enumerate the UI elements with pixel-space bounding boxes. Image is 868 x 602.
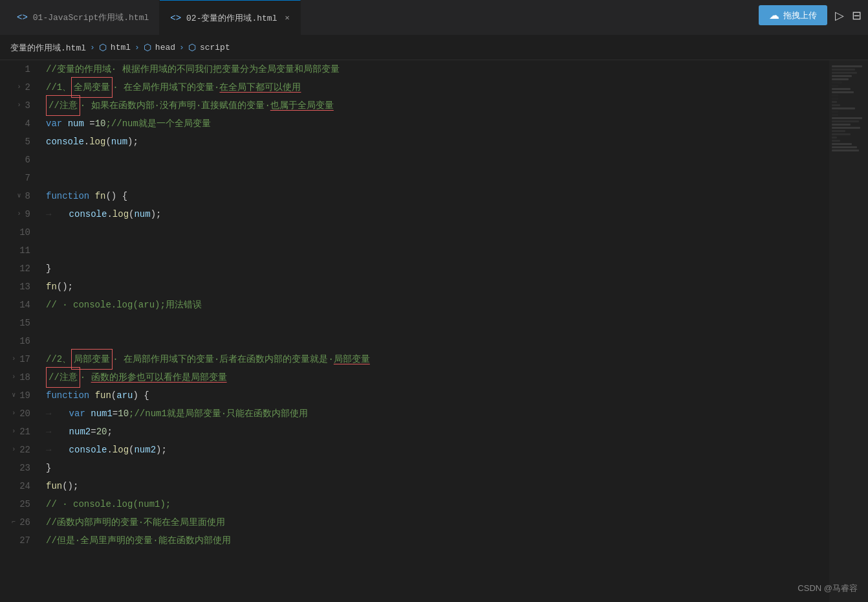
punct-fn-call: (); [57,278,73,296]
punct-fun-call: (); [62,477,78,495]
breadcrumb-head[interactable]: head [155,43,175,52]
code-line-20: → var num1 = 10 ;//num1就是局部变量·只能在函数内部使用 [36,405,829,423]
comment-3-rest: · 如果在函数内部·没有声明·直接赋值的变量·也属于全局变量 [80,96,334,115]
code-line-2: //1、全局变量· 在全局作用域下的变量·在全局下都可以使用 [36,78,829,96]
indent-arrow-9: → [46,205,68,223]
gutter-21: ›21 [0,423,30,441]
code-line-26: //函数内部声明的变量·不能在全局里面使用 [36,513,829,531]
comment-27: //但是·全局里声明的变量·能在函数内部使用 [46,531,231,550]
fold-8: ∨ [14,187,21,205]
gutter-14: 14 [0,296,30,314]
tab-01[interactable]: <> 01-JavaScript作用域.html [6,0,160,36]
method-log-1: log [89,133,105,151]
ident-num: num [68,115,84,133]
code-line-8: function fn () { [36,187,829,205]
comment-14: // · console.log(aru);用法错误 [46,296,202,314]
num-20: 20 [96,423,107,441]
gutter-1: 1 [0,60,30,78]
ident-console-1: console [46,133,84,151]
upload-button[interactable]: ☁ 拖拽上传 [759,5,827,25]
gutter-16: 16 [0,332,30,350]
comment-20: ;//num1就是局部变量·只能在函数内部使用 [129,405,308,423]
kw-function-1: function [46,187,89,205]
gutter-27: 27 [0,531,30,550]
gutter-9: ›9 [0,205,30,223]
space-1 [62,115,67,133]
gutter-18: ›18 [0,368,30,386]
code-line-17: //2、 局部变量 · 在局部作用域下的变量·后者在函数内部的变量就是·局部变量 [36,350,829,368]
gutter-25: 25 [0,495,30,513]
code-line-21: → num2 = 20 ; [36,423,829,441]
comment-4: ;//num就是一个全局变量 [105,115,210,133]
punct-4: . [107,205,112,223]
comment-2-rest: · 在全局作用域下的变量·在全局下都可以使用 [113,78,301,96]
gutter-23: 23 [0,459,30,477]
comment-17-pre: //2、 [46,350,71,368]
gutter-22: ›22 [0,441,30,459]
code-line-3: //注意· 如果在函数内部·没有声明·直接赋值的变量·也属于全局变量 [36,96,829,115]
html-icon: ⬡ [99,42,107,53]
code-line-13: fn (); [36,278,829,296]
comment-2: //1、 [46,78,71,96]
op-1: = [84,115,95,133]
upload-label: 拖拽上传 [783,10,817,21]
code-line-16 [36,332,829,350]
editor: 1 ›2 ›3 4 5 6 7 ∨8 ›9 10 11 [0,60,868,602]
tab-close-02[interactable]: ✕ [285,13,289,23]
punct-8: ( [129,441,134,459]
code-line-12: } [36,260,829,278]
ident-num2: num2 [69,423,91,441]
script-icon: ⬡ [188,42,196,53]
method-log-2: log [113,205,129,223]
ident-num1: num1 [91,405,113,423]
kw-function-2: function [46,386,89,405]
breadcrumb-script[interactable]: script [200,43,230,52]
punct-2: ( [105,133,111,151]
code-line-23: } [36,459,829,477]
comment-3-prefix: //注意 [46,95,80,116]
punct-7: . [107,441,112,459]
tab-02[interactable]: <> 02-变量的作用域.html ✕ [160,0,300,36]
fold-21: › [8,423,16,441]
punct-fun-close: ) { [133,386,149,405]
ident-num2-2: num2 [134,441,156,459]
play-button[interactable]: ▷ [835,8,844,23]
comment-17-rest: · 在局部作用域下的变量·后者在函数内部的变量就是·局部变量 [113,350,370,368]
ident-console-3: console [69,441,107,459]
code-line-7 [36,169,829,187]
punct-close-2: } [46,459,51,477]
code-line-9: → console . log ( num ); [36,205,829,223]
gutter-8: ∨8 [0,187,30,205]
breadcrumb: 变量的作用域.html › ⬡ html › ⬡ head › ⬡ script [0,36,868,60]
line-numbers: 1 ›2 ›3 4 5 6 7 ∨8 ›9 10 11 [0,60,36,602]
split-button[interactable]: ⊟ [852,8,862,23]
gutter-24: 24 [0,477,30,495]
punct-5: ( [129,205,134,223]
op-3: = [91,423,96,441]
code-line-6 [36,151,829,169]
tab-label-02: 02-变量的作用域.html [186,12,277,24]
gutter-12: 12 [0,260,30,278]
watermark: CSDN @马睿容 [797,583,858,594]
breadcrumb-file[interactable]: 变量的作用域.html [10,42,86,54]
punct-fun-open: ( [111,386,116,405]
punct-num2: ; [107,423,112,441]
gutter-10: 10 [0,223,30,241]
code-editor[interactable]: //变量的作用域· 根据作用域的不同我们把变量分为全局变量和局部变量 //1、全… [36,60,829,602]
cloud-icon: ☁ [769,9,779,21]
gutter-4: 4 [0,115,30,133]
breadcrumb-sep-2: › [135,43,140,52]
tab-icon-02: <> [170,13,181,23]
breadcrumb-html[interactable]: html [111,43,131,52]
comment-1: //变量的作用域· 根据作用域的不同我们把变量分为全局变量和局部变量 [46,60,340,78]
breadcrumb-sep-1: › [90,43,95,52]
code-line-25: // · console.log(num1); [36,495,829,513]
space-fn [89,187,94,205]
gutter-11: 11 [0,241,30,260]
fn-call-fn: fn [46,278,57,296]
tab-icon-01: <> [17,12,28,23]
gutter-3: ›3 [0,96,30,115]
punct-1: . [84,133,89,151]
gutter-15: 15 [0,314,30,332]
param-aru: aru [116,386,133,405]
